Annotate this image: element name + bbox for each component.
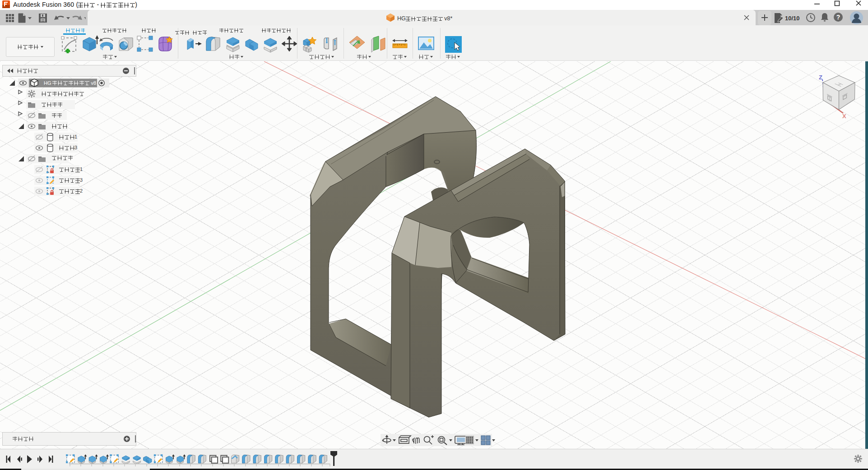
svg-text:?: ? xyxy=(836,14,840,21)
svg-text:X: X xyxy=(842,113,846,120)
svg-text:Z: Z xyxy=(819,74,822,81)
